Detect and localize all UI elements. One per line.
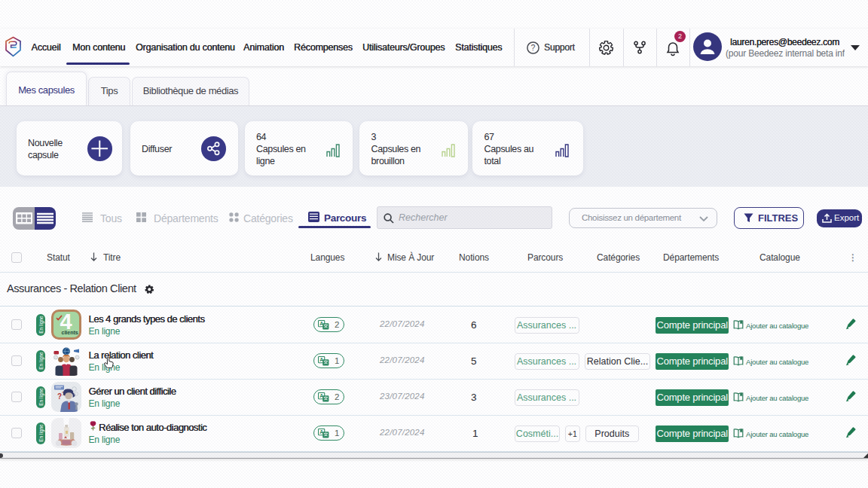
svg-text:?: ? (531, 43, 536, 52)
